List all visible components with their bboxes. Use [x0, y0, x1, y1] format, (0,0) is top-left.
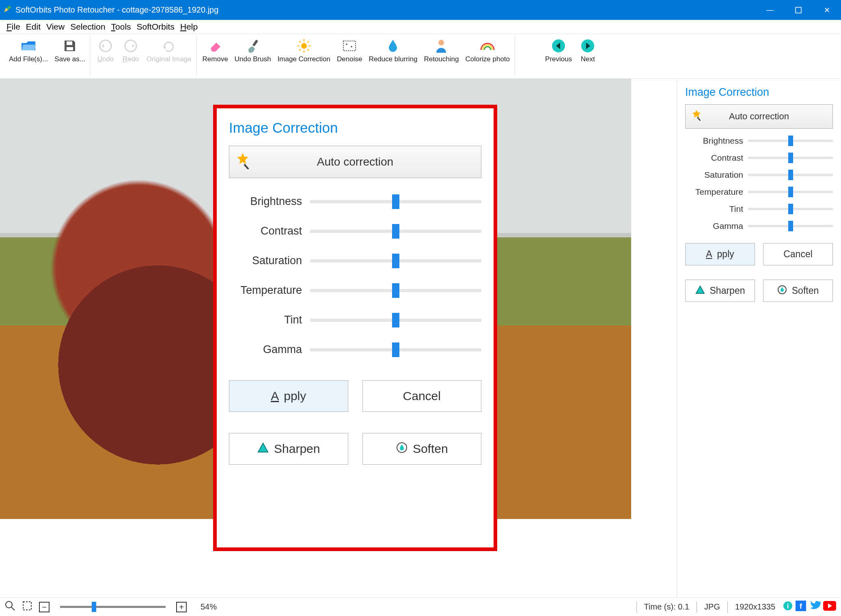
facebook-icon[interactable]: f [796, 601, 806, 613]
triangle-icon [695, 285, 705, 297]
menu-selection[interactable]: Selection [70, 22, 105, 32]
save-icon [63, 37, 77, 54]
brightness-slider[interactable] [310, 200, 481, 203]
tint-label: Tint [229, 314, 310, 326]
soften-button[interactable]: Soften [362, 433, 482, 465]
sharpen-button[interactable]: Sharpen [229, 433, 348, 465]
side-gamma-slider[interactable] [748, 225, 833, 227]
toolbar-previous[interactable]: Previous [543, 36, 574, 63]
fit-screen-icon[interactable] [22, 601, 32, 613]
contrast-label: Contrast [229, 225, 310, 237]
tint-slider[interactable] [310, 319, 481, 322]
toolbar-redo: Redo [119, 36, 142, 63]
cancel-button[interactable]: Cancel [362, 380, 482, 412]
toolbar-save-as[interactable]: Save as... [52, 36, 88, 63]
side-auto-correction-button[interactable]: Auto correction [685, 104, 833, 129]
toolbar-image-correction[interactable]: Image Correction [275, 36, 333, 63]
sun-icon [297, 37, 311, 54]
status-time: Time (s): 0.1 [644, 602, 690, 612]
side-brightness-slider[interactable] [748, 140, 833, 142]
menu-tools[interactable]: Tools [111, 22, 131, 32]
brightness-label: Brightness [229, 195, 310, 208]
droplet-circle-icon [396, 442, 408, 457]
triangle-icon [257, 442, 269, 457]
zoom-slider[interactable] [60, 606, 166, 608]
revert-icon [162, 37, 176, 54]
svg-line-13 [307, 41, 309, 43]
temperature-label: Temperature [229, 284, 310, 297]
svg-rect-2 [67, 47, 73, 50]
toolbar-remove[interactable]: Remove [200, 36, 231, 63]
svg-point-25 [6, 601, 12, 608]
menu-bar: File Edit View Selection Tools SoftOrbit… [0, 20, 841, 34]
close-button[interactable]: ✕ [813, 0, 841, 20]
side-panel: Image Correction Auto correction Brightn… [677, 79, 841, 597]
svg-point-6 [301, 43, 307, 49]
droplet-circle-icon [777, 285, 787, 297]
menu-file[interactable]: File [6, 22, 20, 32]
zoom-actual-icon[interactable] [5, 601, 15, 613]
svg-line-26 [11, 607, 15, 610]
arrow-left-circle-icon [551, 37, 566, 54]
wand-icon [690, 109, 703, 124]
info-icon[interactable]: i [783, 601, 793, 613]
svg-rect-1 [67, 41, 72, 45]
toolbar-undo: Undo [94, 36, 117, 63]
toolbar-original-image: Original Image [144, 36, 194, 63]
zoom-in-button[interactable]: + [176, 602, 187, 612]
svg-rect-15 [343, 41, 356, 51]
toolbar-add-files[interactable]: Add File(s)... [6, 36, 50, 63]
toolbar-denoise[interactable]: Denoise [334, 36, 364, 63]
menu-edit[interactable]: Edit [26, 22, 41, 32]
side-saturation-slider[interactable] [748, 174, 833, 176]
contrast-slider[interactable] [310, 230, 481, 233]
svg-rect-21 [244, 164, 249, 169]
menu-help[interactable]: Help [180, 22, 198, 32]
droplet-icon [387, 37, 399, 54]
app-logo-icon [3, 4, 12, 15]
saturation-slider[interactable] [310, 259, 481, 263]
toolbar-undo-brush[interactable]: Undo Brush [232, 36, 274, 63]
side-tint-slider[interactable] [748, 208, 833, 210]
redo-icon [124, 37, 138, 54]
saturation-label: Saturation [229, 254, 310, 267]
temperature-slider[interactable] [310, 289, 481, 292]
svg-line-12 [307, 49, 309, 51]
minimize-button[interactable]: — [756, 0, 784, 20]
menu-softorbits[interactable]: SoftOrbits [137, 22, 175, 32]
wand-icon [234, 152, 251, 172]
gamma-slider[interactable] [310, 348, 481, 351]
image-canvas[interactable]: Image Correction Auto correction Brightn… [0, 79, 677, 597]
svg-point-4 [125, 40, 136, 52]
rainbow-icon [480, 37, 495, 54]
status-format: JPG [704, 602, 720, 612]
side-sharpen-button[interactable]: Sharpen [685, 280, 755, 302]
toolbar-colorize-photo[interactable]: Colorize photo [463, 36, 512, 63]
side-contrast-slider[interactable] [748, 157, 833, 159]
dialog-title: Image Correction [229, 120, 481, 136]
denoise-icon [343, 37, 356, 54]
side-cancel-button[interactable]: Cancel [763, 243, 833, 265]
twitter-icon[interactable] [809, 601, 821, 613]
side-temperature-slider[interactable] [748, 191, 833, 193]
window-title: SoftOrbits Photo Retoucher - cottage-297… [15, 5, 218, 15]
arrow-right-circle-icon [580, 37, 595, 54]
svg-rect-27 [23, 602, 31, 610]
apply-button[interactable]: Apply [229, 380, 348, 412]
zoom-out-button[interactable]: − [39, 602, 50, 612]
svg-text:f: f [800, 602, 802, 610]
side-apply-button[interactable]: Apply [685, 243, 755, 265]
youtube-icon[interactable] [823, 601, 836, 613]
toolbar-reduce-blurring[interactable]: Reduce blurring [366, 36, 420, 63]
side-soften-button[interactable]: Soften [763, 280, 833, 302]
menu-view[interactable]: View [46, 22, 65, 32]
toolbar-retouching[interactable]: Retouching [421, 36, 461, 63]
toolbar-next[interactable]: Next [576, 36, 599, 63]
eraser-icon [208, 37, 222, 54]
auto-correction-button[interactable]: Auto correction [229, 146, 481, 178]
svg-rect-0 [796, 7, 801, 13]
status-bar: − + 54% Time (s): 0.1 JPG 1920x1335 i f [0, 597, 841, 616]
maximize-button[interactable] [784, 0, 813, 20]
person-icon [435, 37, 447, 54]
toolbar: Add File(s)... Save as... Undo Redo Orig… [0, 34, 841, 79]
